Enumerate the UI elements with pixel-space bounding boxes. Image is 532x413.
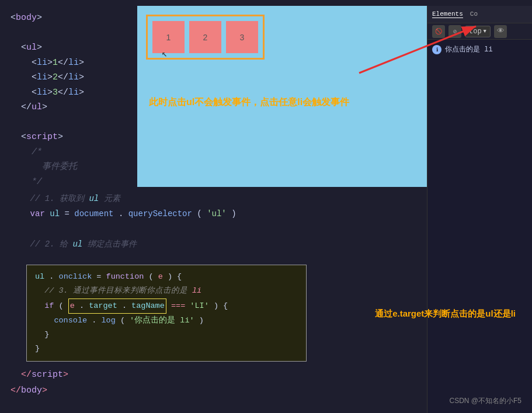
hl-line-4: console . log ( '你点击的是 li' ) bbox=[35, 314, 298, 328]
code-line-comment2: 事件委托 bbox=[11, 159, 134, 175]
toolbar-filter-icon[interactable]: ⊘ bbox=[448, 25, 461, 38]
console-message: 你点击的是 li bbox=[445, 44, 493, 54]
highlight-code-block: ul . onclick = function ( e ) { // 3. 通过… bbox=[26, 265, 307, 362]
cursor-icon: ↖ bbox=[162, 48, 168, 60]
li-item-3: 3 bbox=[226, 21, 258, 53]
toolbar-context-dropdown[interactable]: top ▼ bbox=[465, 26, 491, 37]
code-line-comment1: /* bbox=[11, 145, 134, 160]
closing-tags: </script> </body> bbox=[11, 367, 68, 398]
right-annotation: 通过e.target来判断点击的是ul还是li bbox=[375, 308, 516, 320]
tab-elements[interactable]: Elements bbox=[432, 11, 463, 18]
preview-annotation: 此时点击ul不会触发事件，点击任意li会触发事件 bbox=[149, 96, 349, 109]
tab-console[interactable]: Co bbox=[470, 11, 478, 18]
code-line-script: <script> bbox=[11, 130, 134, 145]
devtools-content: ℹ 你点击的是 li bbox=[427, 40, 532, 59]
code-line-blank1 bbox=[11, 26, 134, 41]
code-line-li3: <li>3</li> bbox=[11, 85, 134, 100]
hl-line-6: } bbox=[35, 342, 298, 356]
body-close-tag: </body> bbox=[11, 383, 68, 398]
devtools-tabs: Elements Co bbox=[432, 11, 478, 18]
hl-line-1: ul . onclick = function ( e ) { bbox=[35, 270, 298, 284]
toolbar-eye-icon[interactable]: 👁 bbox=[494, 25, 507, 38]
bottom-code-section: // 1. 获取到 ul 元素 var ul = document . quer… bbox=[11, 192, 532, 252]
code-line-li1: <li>1</li> bbox=[11, 55, 134, 71]
dropdown-arrow-icon: ▼ bbox=[484, 29, 486, 34]
hl-line-5: } bbox=[35, 328, 298, 342]
toolbar-prohibit-icon[interactable]: 🚫 bbox=[432, 25, 445, 38]
dropdown-label: top bbox=[469, 27, 482, 36]
code-line-ul: <ul> bbox=[11, 40, 134, 55]
code-line-1: <body> bbox=[11, 11, 134, 26]
bottom-blank bbox=[11, 222, 532, 237]
devtools-header: Elements Co bbox=[427, 6, 532, 23]
preview-area: 1 2 3 ↖ 此时点击ul不会触发事件，点击任意li会触发事件 bbox=[137, 6, 427, 187]
bottom-var-ul: var ul = document . querySelector ( 'ul'… bbox=[11, 207, 532, 222]
code-line-li2: <li>2</li> bbox=[11, 70, 134, 85]
code-line-comment3: */ bbox=[11, 175, 134, 190]
watermark: CSDN @不知名的小F5 bbox=[449, 396, 521, 406]
code-line-blank2 bbox=[11, 115, 134, 130]
bottom-comment-1: // 1. 获取到 ul 元素 bbox=[11, 192, 532, 207]
script-close-tag: </script> bbox=[11, 367, 68, 383]
hl-line-3: if ( e . target . tagName === 'LI' ) { bbox=[35, 299, 298, 314]
li-item-2: 2 bbox=[189, 21, 221, 53]
devtools-toolbar: 🚫 ⊘ top ▼ 👁 bbox=[427, 23, 532, 40]
li-item-1: 1 bbox=[152, 21, 185, 53]
bottom-comment-2: // 2. 给 ul 绑定点击事件 bbox=[11, 237, 532, 252]
console-item-1: ℹ 你点击的是 li bbox=[432, 43, 527, 55]
hl-line-2: // 3. 通过事件目标来判断你点击的是 li bbox=[35, 284, 298, 298]
console-info-icon: ℹ bbox=[432, 45, 441, 54]
code-line-ul-close: </ul> bbox=[11, 100, 134, 115]
